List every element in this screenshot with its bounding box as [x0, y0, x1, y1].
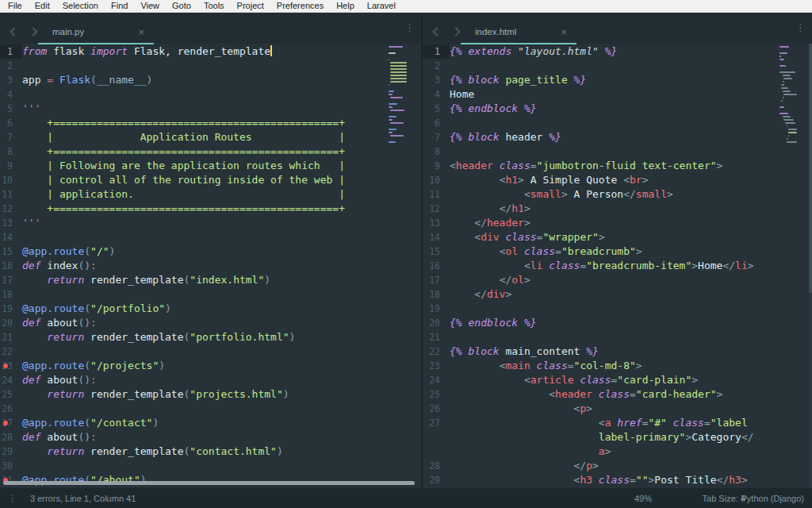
code-token: li [735, 260, 748, 271]
status-bar: ⋮ 3 errors, Line 1, Column 41 49% Tab Si… [0, 488, 812, 508]
code-token: > [524, 202, 530, 214]
left-editor[interactable]: 1from flask import Flask, render_templat… [0, 44, 421, 488]
code-token: ) [289, 331, 296, 343]
status-menu-icon[interactable]: ⋮ [8, 493, 17, 504]
code-line: 14 <div class="wrapper"> [423, 230, 812, 244]
code-line: 19@app.route("/portfolio") [0, 302, 421, 316]
code-token: {% extends [450, 45, 518, 57]
line-number: 3 [423, 73, 450, 87]
code-line: 16 <li class="breadcrumb-item">Home</li> [423, 259, 812, 273]
menu-item-help[interactable]: Help [330, 0, 361, 12]
code-token: </ [722, 260, 735, 271]
code-line: 26 [0, 402, 421, 416]
code-token: </ [623, 188, 636, 200]
code-token: def [22, 260, 40, 271]
horizontal-scrollbar[interactable] [3, 481, 415, 485]
code-token: > [717, 388, 723, 400]
code-token: A Simple Quote [524, 174, 623, 186]
code-token: from [22, 45, 47, 57]
code-token: ) [109, 245, 116, 257]
code-token: "projects.html" [190, 388, 282, 400]
code-line: 10 <h1> A Simple Quote <br> [423, 173, 812, 187]
code-token [450, 288, 474, 300]
code-token [450, 260, 524, 271]
tab-close-icon[interactable]: × [136, 26, 146, 38]
line-number: 6 [423, 116, 450, 130]
tab-overflow-menu-icon[interactable]: ⋮ [404, 22, 415, 33]
code-token: Home [450, 88, 474, 100]
tab-main-py[interactable]: main.py × [38, 20, 154, 44]
minimap[interactable] [779, 46, 810, 144]
code-token: "contact.html" [190, 445, 277, 457]
menu-item-laravel[interactable]: Laravel [361, 0, 402, 12]
code-token [450, 474, 574, 486]
code-line: 8 [423, 144, 812, 159]
code-token: p [586, 460, 592, 471]
menu-item-file[interactable]: File [2, 0, 29, 12]
code-line: 26 <p> [423, 402, 812, 416]
line-number: 9 [423, 159, 450, 173]
code-token: ( [84, 245, 90, 257]
status-zoom[interactable]: 49% [634, 488, 652, 508]
code-line: 15@app.route("/") [0, 244, 421, 259]
code-token: "card-plain" [617, 374, 691, 386]
code-token: ( [84, 417, 90, 429]
code-token: small [530, 188, 561, 200]
code-line: 13''' [0, 216, 421, 230]
menu-item-preferences[interactable]: Preferences [270, 0, 330, 12]
vertical-scrollbar[interactable] [809, 44, 812, 488]
code-token: h1 [511, 202, 524, 214]
code-line: 4 [0, 87, 421, 102]
code-line: 1{% extends "layout.html" %} [423, 44, 812, 59]
menu-item-view[interactable]: View [134, 0, 166, 12]
line-number: 10 [0, 173, 22, 187]
line-number: 1 [0, 44, 22, 59]
status-syntax[interactable]: Python (Django) [741, 488, 805, 508]
code-token [450, 188, 524, 200]
code-line: 11 | application. | [0, 187, 421, 202]
menu-item-edit[interactable]: Edit [29, 0, 56, 12]
minimap[interactable] [389, 46, 419, 144]
tab-close-icon[interactable]: × [559, 26, 569, 38]
code-token: header [555, 388, 592, 400]
code-token [450, 174, 500, 186]
tab-index-html[interactable]: index.html × [461, 20, 576, 44]
menu-item-selection[interactable]: Selection [56, 0, 105, 12]
line-number: 13 [0, 216, 22, 230]
code-token: main [505, 360, 530, 371]
line-number: 26 [0, 402, 22, 416]
code-area[interactable]: 1from flask import Flask, render_templat… [0, 44, 421, 487]
left-tab-bar: main.py × ⋮ [0, 13, 421, 44]
code-token: div [487, 288, 505, 300]
code-token [450, 374, 524, 386]
code-line: 9<header class="jumbotron-fluid text-cen… [423, 159, 812, 173]
code-line: 3{% block page_title %} [423, 73, 812, 87]
tab-nav-forward-icon[interactable] [451, 27, 460, 36]
tab-nav-back-icon[interactable] [432, 27, 441, 36]
code-line: 1from flask import Flask, render_templat… [0, 44, 421, 59]
code-area[interactable]: 1{% extends "layout.html" %}23{% block p… [423, 44, 812, 487]
line-number: 21 [0, 330, 22, 344]
tab-overflow-menu-icon[interactable]: ⋮ [795, 22, 806, 33]
status-tab-size[interactable]: Tab Size: 4 [703, 488, 745, 508]
menu-item-tools[interactable]: Tools [197, 0, 231, 12]
line-number: 3 [0, 73, 22, 87]
right-editor[interactable]: 1{% extends "layout.html" %}23{% block p… [423, 44, 812, 488]
line-number: 14 [0, 230, 22, 244]
code-line: 25 <header class="card-header"> [423, 387, 812, 402]
menu-item-goto[interactable]: Goto [166, 0, 197, 12]
menu-item-find[interactable]: Find [105, 0, 134, 12]
code-token: render_template [84, 445, 183, 457]
code-token: return [47, 274, 84, 286]
tab-nav-forward-icon[interactable] [29, 27, 37, 36]
code-token: main_content [505, 345, 580, 357]
code-line: 22{% block main_content %} [423, 344, 812, 359]
code-token [22, 274, 47, 286]
code-line: 29 <h3 class="">Post Title</h3> [423, 473, 812, 487]
status-errors-position[interactable]: 3 errors, Line 1, Column 41 [30, 494, 136, 503]
code-token [450, 460, 574, 471]
tab-nav-back-icon[interactable] [10, 27, 18, 36]
menu-item-project[interactable]: Project [231, 0, 270, 12]
line-number: 5 [0, 102, 22, 116]
code-line: 18 </div> [423, 287, 812, 302]
